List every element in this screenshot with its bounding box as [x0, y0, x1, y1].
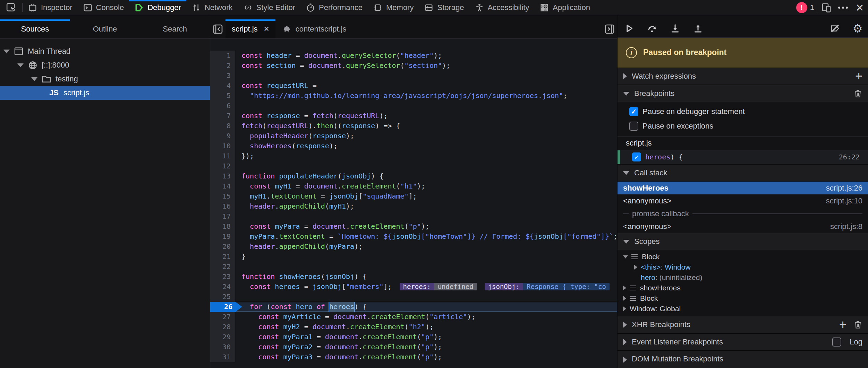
code-line-17[interactable]: 17 — [210, 211, 617, 221]
scope-row[interactable]: showHeroes — [618, 283, 868, 293]
code-line-28[interactable]: 28 const myH2 = document.createElement("… — [210, 322, 617, 332]
collapse-sources-panel-icon[interactable] — [210, 19, 225, 38]
code-line-22[interactable]: 22 — [210, 262, 617, 272]
scope-row[interactable]: Window: Global — [618, 304, 868, 314]
remove-xhr-breakpoints-icon[interactable] — [853, 320, 862, 330]
code-line-15[interactable]: 15 myH1.textContent = jsonObj["squadName… — [210, 191, 617, 201]
code-line-8[interactable]: 8fetch(requestURL).then((response) => { — [210, 121, 617, 131]
code-line-16[interactable]: 16 header.appendChild(myH1); — [210, 201, 617, 211]
line-number[interactable]: 28 — [210, 322, 235, 332]
step-out-button[interactable] — [692, 22, 704, 35]
expander-icon[interactable] — [17, 63, 24, 67]
sidebar-tab-search[interactable]: Search — [140, 19, 210, 38]
log-event-checkbox[interactable] — [832, 338, 841, 347]
checkbox[interactable] — [629, 122, 638, 131]
tab-accessibility[interactable]: Accessibility — [469, 0, 535, 15]
line-number[interactable]: 23 — [210, 272, 235, 282]
watch-expressions-header[interactable]: Watch expressions + — [618, 68, 868, 85]
line-number[interactable]: 7 — [210, 111, 235, 121]
line-number[interactable]: 30 — [210, 342, 235, 352]
tab-console[interactable]: Console — [78, 0, 129, 15]
scope-row[interactable]: hero: (uninitialized) — [618, 272, 868, 283]
add-xhr-breakpoint-icon[interactable]: + — [839, 318, 846, 331]
line-number[interactable]: 21 — [210, 252, 235, 262]
scope-row[interactable]: Block — [618, 252, 868, 262]
scope-row[interactable]: Block — [618, 293, 868, 304]
line-number[interactable]: 1 — [210, 51, 235, 61]
breakpoint-entry[interactable]: ✓ heroes) { 26:22 — [618, 150, 868, 164]
breakpoint-option[interactable]: ✓Pause on debugger statement — [629, 105, 868, 118]
line-number[interactable]: 31 — [210, 352, 235, 362]
line-number[interactable]: 2626 — [210, 302, 235, 312]
code-line-13[interactable]: 13function populateHeader(jsonObj) { — [210, 171, 617, 181]
stack-frame[interactable]: showHeroesscript.js:26 — [618, 182, 868, 194]
step-in-button[interactable] — [669, 22, 681, 35]
code-line-21[interactable]: 21} — [210, 252, 617, 262]
expander-icon[interactable] — [623, 286, 626, 290]
code-line-24[interactable]: 24 const heroes = jsonObj["members"];her… — [210, 282, 617, 292]
code-line-1[interactable]: 1const header = document.querySelector("… — [210, 51, 617, 61]
line-number[interactable]: 27 — [210, 312, 235, 322]
breakpoint-checkbox[interactable]: ✓ — [632, 152, 641, 161]
code-line-23[interactable]: 23function showHeroes(jsonObj) { — [210, 272, 617, 282]
code-line-11[interactable]: 11}); — [210, 151, 617, 161]
expander-icon[interactable] — [623, 296, 626, 301]
node-picker-button[interactable] — [0, 0, 22, 15]
code-line-5[interactable]: 5 "https://mdn.github.io/learning-area/j… — [210, 91, 617, 101]
add-watch-expression-icon[interactable]: + — [855, 70, 862, 82]
xhr-breakpoints-header[interactable]: XHR Breakpoints + — [618, 316, 868, 333]
resume-button[interactable] — [623, 22, 636, 35]
code-line-31[interactable]: 31 const myPara3 = document.createElemen… — [210, 352, 617, 362]
meatball-menu-icon[interactable] — [835, 0, 851, 15]
code-line-12[interactable]: 12 — [210, 161, 617, 171]
line-number[interactable]: 9 — [210, 131, 235, 141]
line-number[interactable]: 20 — [210, 242, 235, 252]
breakpoint-option[interactable]: Pause on exceptions — [629, 120, 868, 133]
expander-icon[interactable] — [623, 306, 626, 311]
expander-icon[interactable] — [623, 255, 628, 259]
responsive-design-mode-icon[interactable] — [818, 0, 835, 15]
code-line-6[interactable]: 6 — [210, 101, 617, 111]
source-tab-contentscript-js[interactable]: contentscript.js — [275, 19, 353, 38]
checkbox[interactable]: ✓ — [629, 107, 638, 116]
stack-frame[interactable]: <anonymous>script.js:10 — [618, 194, 868, 207]
sidebar-tab-sources[interactable]: Sources — [0, 19, 70, 38]
scopes-header[interactable]: Scopes — [618, 233, 868, 250]
line-number[interactable]: 22 — [210, 262, 235, 272]
expander-icon[interactable] — [634, 265, 637, 270]
error-badge[interactable]: ! 1 — [793, 0, 818, 15]
line-number[interactable]: 3 — [210, 71, 235, 81]
code-line-18[interactable]: 18 const myPara = document.createElement… — [210, 221, 617, 231]
sidebar-tab-outline[interactable]: Outline — [70, 19, 140, 38]
tab-style-editor[interactable]: Style Editor — [238, 0, 301, 15]
code-line-26[interactable]: 2626 for (const hero of heroes) { — [210, 302, 617, 312]
line-number[interactable]: 16 — [210, 201, 235, 211]
code-line-10[interactable]: 10 showHeroes(response); — [210, 141, 617, 151]
line-number[interactable]: 13 — [210, 171, 235, 181]
line-number[interactable]: 10 — [210, 141, 235, 151]
step-over-button[interactable] — [646, 22, 658, 35]
code-line-19[interactable]: 19 myPara.textContent = `Hometown: ${jso… — [210, 231, 617, 242]
close-devtools-icon[interactable]: × — [851, 0, 868, 15]
breakpoints-header[interactable]: Breakpoints — [618, 85, 868, 102]
code-editor[interactable]: 1const header = document.querySelector("… — [210, 39, 617, 368]
event-listener-breakpoints-header[interactable]: Event Listener Breakpoints Log — [618, 333, 868, 351]
remove-all-breakpoints-icon[interactable] — [853, 89, 862, 98]
line-number[interactable]: 15 — [210, 191, 235, 201]
line-number[interactable]: 29 — [210, 332, 235, 342]
line-number[interactable]: 11 — [210, 151, 235, 161]
code-line-29[interactable]: 29 const myPara1 = document.createElemen… — [210, 332, 617, 342]
deactivate-breakpoints-icon[interactable] — [829, 22, 841, 35]
close-tab-icon[interactable]: × — [264, 24, 269, 34]
tree-item-testing[interactable]: testing — [0, 72, 210, 86]
expander-icon[interactable] — [31, 77, 37, 81]
code-line-30[interactable]: 30 const myPara2 = document.createElemen… — [210, 342, 617, 352]
breakpoint-source-label[interactable]: script.js — [618, 136, 868, 150]
line-number[interactable]: 8 — [210, 121, 235, 131]
line-number[interactable]: 18 — [210, 221, 235, 231]
line-number[interactable]: 19 — [210, 231, 235, 242]
line-number[interactable]: 14 — [210, 181, 235, 191]
tab-memory[interactable]: Memory — [368, 0, 419, 15]
tab-performance[interactable]: Performance — [300, 0, 368, 15]
tree-item-script-js[interactable]: JSscript.js — [0, 86, 210, 100]
